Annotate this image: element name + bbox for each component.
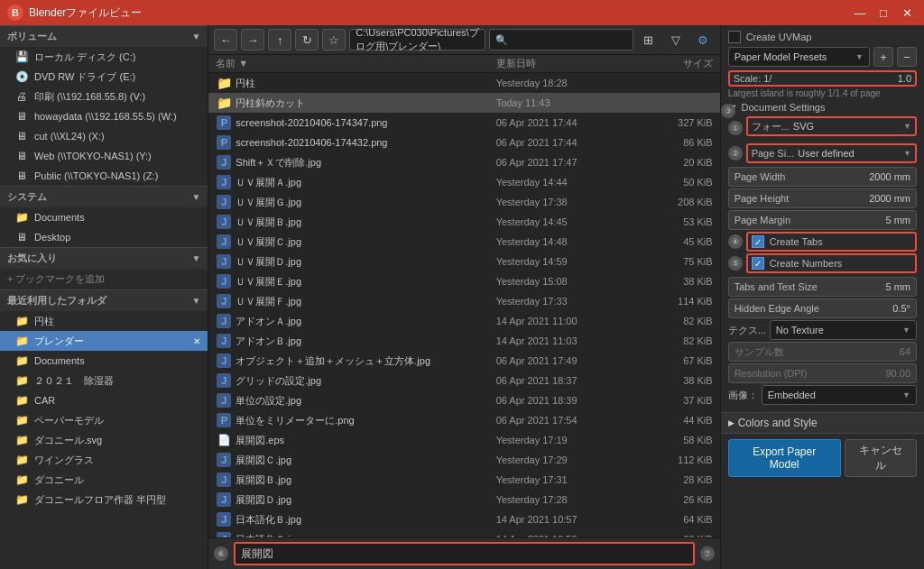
sidebar-item-recent-2021[interactable]: 📁 ２０２１ 除湿器 (0, 371, 208, 390)
view-button[interactable]: ⊞ (637, 29, 661, 50)
sidebar-item-print-v[interactable]: 🖨 印刷 (\\192.168.55.8) (V:) (0, 87, 208, 106)
remove-preset-button[interactable]: − (897, 47, 917, 67)
forward-button[interactable]: → (241, 29, 264, 50)
table-row[interactable]: 📁 円柱 Yesterday 18:28 (208, 73, 719, 93)
cancel-button[interactable]: キャンセル (845, 439, 917, 477)
sidebar-item-dvd-e[interactable]: 💿 DVD RW ドライブ (E:) (0, 67, 208, 87)
search-bar[interactable]: 🔍 (489, 29, 633, 50)
table-row[interactable]: J ＵＶ展開Ｃ.jpg Yesterday 14:48 45 KiB (208, 232, 719, 252)
col-date-header[interactable]: 更新日時 (496, 57, 641, 70)
export-paper-model-button[interactable]: Export Paper Model (728, 439, 841, 477)
tabs-text-size-row: Tabs and Text Size 5 mm (728, 277, 917, 297)
bookmarks-section-header[interactable]: お気に入り ▼ (0, 247, 208, 269)
table-row[interactable]: 📄 展開図.eps Yesterday 17:19 58 KiB (208, 430, 719, 450)
sidebar-item-desktop[interactable]: 🖥 Desktop (0, 227, 208, 247)
recent-list: 📁 円柱 📁 ブレンダー ✕ 📁 Documents 📁 ２０２１ 除湿器 📁 … (0, 311, 208, 509)
table-row[interactable]: J ＵＶ展開Ｅ.jpg Yesterday 15:08 38 KiB (208, 271, 719, 291)
col-size-header[interactable]: サイズ (641, 57, 713, 70)
close-button[interactable]: ✕ (897, 3, 917, 23)
add-bookmark-button[interactable]: + ブックマークを追加 (0, 269, 208, 289)
system-section-header[interactable]: システム ▼ (0, 186, 208, 207)
window-controls[interactable]: — □ ✕ (850, 3, 917, 23)
document-settings-header[interactable]: ▼ Document Settings (728, 102, 917, 113)
file-name: ＵＶ展開Ｄ.jpg (236, 255, 495, 269)
sidebar-item-recent-car[interactable]: 📁 CAR (0, 390, 208, 410)
recent-section-header[interactable]: 最近利用したフォルダ ▼ (0, 289, 208, 311)
texture-label: テクス... (728, 324, 766, 337)
table-row[interactable]: 📁 円柱斜めカット Today 11:43 (208, 93, 719, 113)
sidebar-item-web-y[interactable]: 🖥 Web (\\TOKYO-NAS1) (Y:) (0, 146, 208, 166)
texture-dropdown[interactable]: No Texture ▼ (770, 320, 917, 340)
add-preset-button[interactable]: + (873, 47, 893, 67)
file-size: 112 KiB (641, 454, 713, 465)
table-row[interactable]: J 展開図Ｄ.jpg Yesterday 17:28 26 KiB (208, 490, 719, 509)
refresh-button[interactable]: ↻ (295, 29, 319, 50)
table-row[interactable]: J オブジェクト＋追加＋メッシュ＋立方体.jpg 06 Apr 2021 17:… (208, 351, 719, 371)
image-dropdown[interactable]: Embedded ▼ (762, 385, 917, 405)
back-button[interactable]: ← (214, 29, 237, 50)
bottom-bar: ⑥ ⑦ (208, 537, 719, 569)
table-row[interactable]: J ＵＶ展開Ｇ.jpg Yesterday 17:38 208 KiB (208, 192, 719, 212)
pagesize-dropdown[interactable]: User defined ▼ (798, 148, 911, 159)
presets-dropdown[interactable]: Paper Model Presets ▼ (728, 47, 870, 67)
path-bar[interactable]: C:\Users\PC030\Pictures\ブログ用\ブレンダー\ (349, 29, 485, 50)
file-name: screenshot-20210406-174432.png (236, 137, 495, 148)
table-row[interactable]: J ＵＶ展開Ｄ.jpg Yesterday 14:59 75 KiB (208, 252, 719, 271)
volumes-section-header[interactable]: ボリューム ▼ (0, 25, 208, 47)
circle-2: ② (728, 146, 743, 161)
sidebar-item-recent-dakonil-floor[interactable]: 📁 ダコニールフロア作器 半円型 (0, 490, 208, 509)
minimize-button[interactable]: — (850, 3, 870, 23)
sidebar-item-recent-dakonil-svg[interactable]: 📁 ダコニール.svg (0, 430, 208, 450)
close-recent-icon[interactable]: ✕ (193, 336, 200, 346)
filter-button[interactable]: ▽ (664, 29, 688, 50)
sidebar-item-documents[interactable]: 📁 Documents (0, 207, 208, 227)
pagesize-row-container: ② Page Si... User defined ▼ (728, 143, 917, 163)
table-row[interactable]: J ＵＶ展開Ｂ.jpg Yesterday 14:45 53 KiB (208, 212, 719, 232)
sidebar-item-recent-docs[interactable]: 📁 Documents (0, 351, 208, 371)
sidebar-item-recent-blender[interactable]: 📁 ブレンダー ✕ (0, 331, 208, 351)
pagesize-value: User defined (798, 148, 854, 159)
sidebar-item-recent-dakonil[interactable]: 📁 ダコニール (0, 470, 208, 490)
table-row[interactable]: J Shift＋Ｘで削除.jpg 06 Apr 2021 17:47 20 Ki… (208, 152, 719, 172)
table-row[interactable]: J ＵＶ展開Ｆ.jpg Yesterday 17:33 114 KiB (208, 291, 719, 311)
filename-input[interactable] (234, 542, 694, 565)
create-tabs-checkbox[interactable] (752, 235, 764, 248)
table-row[interactable]: J アドオンＡ.jpg 14 Apr 2021 11:00 82 KiB (208, 311, 719, 331)
file-size: 20 KiB (641, 157, 713, 168)
create-numbers-checkbox[interactable] (752, 257, 764, 270)
create-uvmap-checkbox[interactable] (728, 31, 741, 43)
table-row[interactable]: J グリッドの設定.jpg 06 Apr 2021 18:37 38 KiB (208, 371, 719, 390)
up-button[interactable]: ↑ (268, 29, 291, 50)
folder-icon: 📁 (14, 433, 29, 447)
table-row[interactable]: J 単位の設定.jpg 06 Apr 2021 18:39 37 KiB (208, 390, 719, 410)
circle-3: ③ (721, 104, 735, 118)
circle-num-6: ⑥ (214, 546, 228, 561)
file-size: 37 KiB (641, 395, 713, 406)
page-width-row: Page Width 2000 mm (728, 167, 917, 187)
sidebar-item-recent-wine[interactable]: 📁 ワイングラス (0, 450, 208, 470)
sidebar-item-recent-paper[interactable]: 📁 ペーパーモデル (0, 410, 208, 430)
sidebar-item-public-z[interactable]: 🖥 Public (\\TOKYO-NAS1) (Z:) (0, 166, 208, 186)
drive-icon: 💾 (14, 50, 29, 64)
table-row[interactable]: J アドオンＢ.jpg 14 Apr 2021 11:03 82 KiB (208, 331, 719, 351)
table-row[interactable]: P screenshot-20210406-174347.png 06 Apr … (208, 113, 719, 133)
table-row[interactable]: J ＵＶ展開Ａ.jpg Yesterday 14:44 50 KiB (208, 172, 719, 192)
sidebar-item-recent-enshuu[interactable]: 📁 円柱 (0, 311, 208, 331)
sidebar-item-local-c[interactable]: 💾 ローカル ディスク (C:) (0, 47, 208, 67)
bookmark-button[interactable]: ☆ (322, 29, 346, 50)
table-row[interactable]: P screenshot-20210406-174432.png 06 Apr … (208, 133, 719, 152)
table-row[interactable]: J 展開図Ｃ.jpg Yesterday 17:29 112 KiB (208, 450, 719, 470)
col-name-header[interactable]: 名前 ▼ (216, 57, 495, 70)
sidebar-item-howay-w[interactable]: 🖥 howaydata (\\192.168.55.5) (W:) (0, 106, 208, 126)
format-dropdown[interactable]: SVG ▼ (793, 121, 911, 132)
table-row[interactable]: P 単位をミリメーターに.png 06 Apr 2021 17:54 44 Ki… (208, 410, 719, 430)
table-row[interactable]: J 日本語化Ｃ.jpg 14 Apr 2021 10:59 63 KiB (208, 529, 719, 537)
settings-button[interactable]: ⚙ (691, 29, 715, 50)
table-row[interactable]: J 展開図Ｂ.jpg Yesterday 17:31 28 KiB (208, 470, 719, 490)
sidebar-item-cut-x[interactable]: 🖥 cut (\\XL24) (X:) (0, 126, 208, 146)
table-row[interactable]: J 日本語化Ｂ.jpg 14 Apr 2021 10:57 64 KiB (208, 509, 719, 529)
file-date: Yesterday 14:44 (496, 177, 641, 188)
create-tabs-label: Create Tabs (770, 236, 823, 247)
maximize-button[interactable]: □ (873, 3, 893, 23)
colors-and-style-section[interactable]: ▶ Colors and Style (721, 412, 924, 433)
